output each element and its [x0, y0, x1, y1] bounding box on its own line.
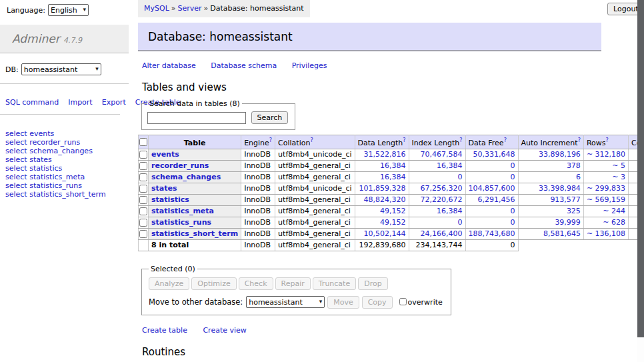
sidebar-select-table-link[interactable]: select statistics_short_term [5, 190, 123, 199]
data-free-link[interactable]: 0 [511, 173, 515, 181]
data-length-link[interactable]: 48,824,320 [364, 195, 406, 204]
index-length-link[interactable]: 16,384 [437, 207, 463, 215]
row-check-cell [139, 171, 149, 183]
column-help-link[interactable]: ? [578, 137, 581, 143]
auto-increment-link[interactable]: 325 [567, 207, 581, 215]
rows-count-link[interactable]: ~ 569,159 [587, 195, 625, 204]
breadcrumb-server-link[interactable]: Server [178, 4, 202, 13]
auto-increment-link[interactable]: 6 [576, 173, 581, 181]
table-name-link[interactable]: statistics [151, 195, 189, 204]
sidebar-select-table-link[interactable]: select statistics_meta [5, 173, 123, 181]
column-help-link[interactable]: ? [403, 137, 405, 143]
column-help-superscript: ? [504, 137, 507, 143]
vertical-scrollbar-track[interactable] [637, 0, 644, 362]
rows-count-link[interactable]: ~ 312,180 [587, 150, 625, 159]
data-length-link[interactable]: 31,522,816 [364, 150, 406, 159]
search-button[interactable]: Search [251, 111, 289, 124]
sidebar-select-table-link[interactable]: select schema_changes [5, 147, 123, 155]
row-checkbox[interactable] [139, 219, 147, 227]
selected-action-button[interactable]: Drop [358, 277, 387, 290]
data-free-link[interactable]: 0 [511, 161, 515, 170]
index-length-link[interactable]: 70,467,584 [421, 150, 463, 159]
create-table-link[interactable]: Create table [142, 326, 187, 335]
sidebar-action-link[interactable]: Import [68, 98, 93, 107]
rows-count-link[interactable]: ~ 299,833 [587, 184, 625, 193]
data-free-link[interactable]: 6,291,456 [478, 195, 515, 204]
index-length-link[interactable]: 24,166,400 [421, 229, 463, 238]
selected-action-button[interactable]: Analyze [149, 277, 189, 290]
sidebar-select-table-link[interactable]: select statistics_runs [5, 181, 123, 190]
data-free-link[interactable]: 0 [511, 207, 515, 215]
sidebar-action-link[interactable]: SQL command [5, 98, 59, 107]
alter-database-link[interactable]: Alter database [142, 61, 196, 70]
index-length-link[interactable]: 16,384 [437, 161, 463, 170]
data-length-link[interactable]: 49,152 [380, 218, 406, 227]
auto-increment-link[interactable]: 913,577 [550, 195, 581, 204]
column-help-link[interactable]: ? [504, 137, 507, 143]
index-length-link[interactable]: 67,256,320 [421, 184, 463, 193]
column-help-link[interactable]: ? [459, 137, 462, 143]
row-checkbox[interactable] [139, 173, 147, 181]
auto-increment-link[interactable]: 33,898,196 [539, 150, 581, 159]
index-length-link[interactable]: 0 [458, 173, 463, 181]
selected-action-button[interactable]: Repair [275, 277, 311, 290]
sidebar-action-link[interactable]: Export [102, 98, 126, 107]
table-name-link[interactable]: states [151, 184, 177, 193]
table-name-link[interactable]: statistics_meta [151, 207, 214, 215]
row-checkbox[interactable] [139, 230, 147, 238]
data-free-link[interactable]: 50,331,648 [473, 150, 515, 159]
table-name-link[interactable]: statistics_short_term [151, 229, 238, 238]
move-button[interactable]: Move [327, 296, 359, 309]
sidebar-select-table-link[interactable]: select events [5, 129, 123, 138]
rows-count-link[interactable]: ~ 244 [603, 207, 625, 215]
auto-increment-link[interactable]: 39,999 [555, 218, 581, 227]
data-length-link[interactable]: 16,384 [380, 161, 406, 170]
table-name-link[interactable]: schema_changes [151, 173, 221, 181]
data-length-link[interactable]: 10,502,144 [364, 229, 406, 238]
row-checkbox[interactable] [139, 207, 147, 215]
data-free-link[interactable]: 0 [511, 218, 515, 227]
privileges-link[interactable]: Privileges [292, 61, 327, 70]
row-checkbox[interactable] [139, 185, 147, 193]
data-length-link[interactable]: 101,859,328 [359, 184, 406, 193]
selected-action-button[interactable]: Optimize [191, 277, 236, 290]
overwrite-checkbox[interactable] [399, 298, 407, 305]
table-name-link[interactable]: statistics_runs [151, 218, 211, 227]
auto-increment-link[interactable]: 378 [567, 161, 581, 170]
data-length-link[interactable]: 49,152 [380, 207, 406, 215]
rows-count-link[interactable]: ~ 628 [603, 218, 625, 227]
breadcrumb-mysql-link[interactable]: MySQL [144, 4, 169, 13]
column-help-link[interactable]: ? [269, 137, 272, 143]
selected-action-button[interactable]: Check [239, 277, 273, 290]
copy-button[interactable]: Copy [362, 296, 393, 309]
table-name-link[interactable]: events [151, 150, 179, 159]
column-help-link[interactable]: ? [310, 137, 313, 143]
auto-increment-link[interactable]: 8,581,645 [543, 229, 581, 238]
row-checkbox[interactable] [139, 151, 147, 159]
row-checkbox[interactable] [139, 162, 147, 170]
rows-count-link[interactable]: ~ 3 [612, 173, 625, 181]
rows-count-link[interactable]: ~ 5 [612, 161, 625, 170]
selected-action-button[interactable]: Truncate [313, 277, 356, 290]
row-checkbox[interactable] [139, 196, 147, 204]
index-length-link[interactable]: 72,220,672 [421, 195, 463, 204]
data-free-link[interactable]: 104,857,600 [469, 184, 515, 193]
move-database-select[interactable]: homeassistant [246, 296, 325, 308]
sidebar-select-table-link[interactable]: select statistics [5, 164, 123, 173]
sidebar-select-table-link[interactable]: select states [5, 155, 123, 164]
search-input[interactable] [147, 112, 246, 124]
vertical-scrollbar-thumb[interactable] [637, 0, 644, 337]
create-view-link[interactable]: Create view [203, 326, 246, 335]
data-free-link[interactable]: 188,743,680 [469, 229, 515, 238]
language-select[interactable]: English [48, 4, 89, 16]
sidebar-select-table-link[interactable]: select recorder_runs [5, 138, 123, 147]
select-all-checkbox[interactable] [139, 138, 147, 146]
rows-count-link[interactable]: ~ 136,108 [587, 229, 625, 238]
index-length-link[interactable]: 0 [458, 218, 463, 227]
column-help-link[interactable]: ? [605, 137, 608, 143]
auto-increment-link[interactable]: 33,398,984 [539, 184, 581, 193]
database-schema-link[interactable]: Database schema [211, 61, 277, 70]
db-select[interactable]: homeassistant [21, 63, 101, 75]
table-name-link[interactable]: recorder_runs [151, 161, 209, 170]
data-length-link[interactable]: 16,384 [380, 173, 406, 181]
